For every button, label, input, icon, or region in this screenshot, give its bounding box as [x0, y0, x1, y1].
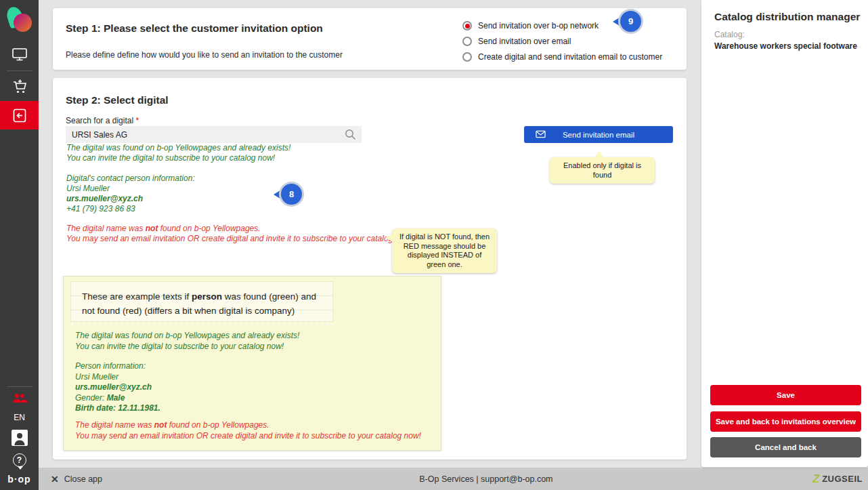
ex-person-header: Person information:: [75, 361, 299, 372]
clipboard-back-icon: [12, 108, 27, 123]
search-field-wrap: [66, 126, 362, 143]
help-icon: ?: [13, 453, 26, 467]
example-texts-box: These are example texts if person was fo…: [63, 276, 441, 451]
close-icon: ✕: [51, 474, 59, 485]
badge-number: 9: [620, 11, 641, 32]
ex-notfound-pre: The digital name was: [75, 420, 154, 430]
notfound-line1-pre: The digital name was: [66, 224, 146, 233]
notfound-line1: The digital name was not found on b-op Y…: [66, 224, 412, 234]
radio-selected-icon: [462, 21, 472, 30]
example-note-header: These are example texts if person was fo…: [70, 281, 333, 322]
ex-found-line1: The digital was found on b-op Yellowpage…: [75, 331, 299, 342]
ex-notfound-bold: not: [154, 420, 167, 430]
cart-plus-icon: [12, 79, 28, 95]
ex-person-name: Ursi Mueller: [75, 372, 299, 383]
tooltip-red-message: If digital is NOT found, then RED messag…: [392, 228, 497, 273]
contact-header: Digital's contact person information:: [66, 173, 290, 184]
send-button-label: Send invitation email: [563, 131, 634, 139]
zugseil-z-icon: Z: [812, 472, 820, 486]
close-app-label: Close app: [64, 474, 102, 484]
footer-bar: ✕ Close app B-Op Services | support@b-op…: [0, 468, 868, 490]
cancel-and-back-button[interactable]: Cancel and back: [710, 437, 861, 457]
step2-card: Step 2: Select digital Search for a digi…: [53, 78, 687, 460]
avatar-icon: [12, 430, 28, 446]
save-and-back-button[interactable]: Save and back to invitations overview: [710, 411, 861, 432]
bop-app-logo[interactable]: [6, 5, 33, 34]
required-asterisk: *: [135, 116, 139, 125]
digital-found-message: The digital was found on b-op Yellowpage…: [66, 143, 290, 214]
zugseil-logo: Z ZUGSEIL: [812, 468, 863, 490]
catalog-value: Warehouse workers special footware: [714, 41, 857, 51]
footer-support-text: B-Op Services | support@b-op.com: [419, 468, 552, 490]
note-header-pre: These are example texts if: [82, 291, 192, 302]
step1-subtitle: Please define define how would you like …: [66, 50, 343, 60]
send-invitation-email-button[interactable]: Send invitation email: [524, 126, 673, 143]
sidebar-item-desktop[interactable]: [0, 41, 39, 69]
search-digital-input[interactable]: [66, 126, 362, 143]
close-app-button[interactable]: ✕ Close app: [51, 468, 102, 490]
sidebar-item-help[interactable]: ?: [0, 449, 39, 471]
search-label-text: Search for a digital: [66, 116, 135, 125]
sidebar-item-customers[interactable]: [0, 388, 39, 409]
sidebar-item-profile[interactable]: [0, 426, 39, 449]
annotation-badge-9: 9: [613, 11, 641, 32]
example-red-text: The digital name was not found on b-op Y…: [75, 420, 421, 441]
save-button[interactable]: Save: [710, 385, 861, 405]
help-glyph: ?: [17, 455, 22, 465]
ex-notfound-line2: You may send an email invitation OR crea…: [75, 431, 421, 442]
gender-value: Male: [107, 393, 125, 403]
found-line2: You can invite the digital to subscribe …: [66, 153, 290, 163]
note-header-bold: person: [192, 291, 222, 302]
step2-title: Step 2: Select digital: [66, 94, 169, 106]
radio-label: Create digital and send invitation email…: [478, 52, 662, 62]
catalog-distribution-panel: Catalog distribution manager Catalog: Wa…: [701, 0, 868, 467]
radio-option-email[interactable]: Send invitation over email: [462, 37, 662, 46]
sidebar-divider: [7, 70, 32, 71]
zugseil-brand-name: ZUGSEIL: [822, 474, 863, 484]
radio-unselected-icon: [462, 37, 472, 46]
notfound-line1-bold: not: [146, 224, 158, 233]
sidebar-nav: EN ? b·op: [0, 0, 39, 490]
bop-wordmark: b·op: [7, 474, 30, 485]
step1-title: Step 1: Please select the customer invit…: [66, 22, 323, 35]
step1-card: Step 1: Please select the customer invit…: [53, 8, 687, 70]
contact-name: Ursi Mueller: [66, 184, 290, 194]
language-switch[interactable]: EN: [14, 413, 25, 422]
tooltip-enabled-only: Enabled only if digital is found: [550, 157, 655, 184]
digital-not-found-message: The digital name was not found on b-op Y…: [66, 224, 412, 244]
annotation-badge-8: 8: [274, 184, 302, 205]
ex-notfound-line1: The digital name was not found on b-op Y…: [75, 420, 421, 431]
ex-person-birth: Birth date: 12.11.1981.: [75, 403, 299, 414]
contact-phone: +41 (79) 923 86 83: [66, 204, 290, 214]
users-icon: [12, 393, 28, 404]
contact-email: urs.mueller@xyz.ch: [66, 194, 290, 204]
radio-unselected-icon: [462, 52, 472, 62]
ex-notfound-post: found on b-op Yellowpages.: [167, 420, 269, 430]
gender-label: Gender:: [75, 393, 107, 403]
ex-person-gender: Gender: Male: [75, 393, 299, 404]
search-digital-label: Search for a digital *: [66, 116, 139, 125]
example-green-text: The digital was found on b-op Yellowpage…: [75, 331, 299, 414]
sidebar-bottom-divider: [7, 386, 32, 387]
notfound-line1-post: found on b-op Yellowpages.: [158, 224, 260, 233]
radio-label: Send invitation over email: [478, 37, 571, 46]
logo-circle-shape: [14, 14, 32, 32]
search-icon[interactable]: [345, 129, 356, 143]
ex-found-line2: You can invite the digital to subscribe …: [75, 342, 299, 352]
found-line1: The digital was found on b-op Yellowpage…: [66, 143, 290, 153]
badge-number: 8: [281, 184, 302, 205]
sidebar-item-cart[interactable]: [0, 73, 39, 101]
radio-label: Send invitation over b-op network: [478, 21, 599, 30]
envelope-icon: [536, 130, 546, 140]
ex-person-email: urs.mueller@xyz.ch: [75, 382, 299, 393]
radio-option-create-digital[interactable]: Create digital and send invitation email…: [462, 52, 662, 62]
notfound-line2: You may send an email invitation OR crea…: [66, 234, 412, 244]
sidebar-item-invitations-active[interactable]: [0, 101, 39, 129]
monitor-icon: [12, 48, 27, 62]
panel-title: Catalog distribution manager: [714, 11, 860, 23]
catalog-label: Catalog:: [714, 30, 745, 39]
